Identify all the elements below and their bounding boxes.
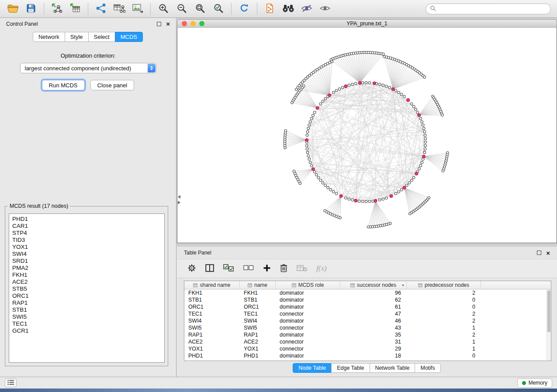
find-button[interactable]: [280, 2, 297, 16]
save-session-button[interactable]: [23, 2, 39, 16]
zoom-selected-button[interactable]: [210, 2, 227, 16]
tab-network-table[interactable]: Network Table: [370, 363, 415, 373]
close-panel-button[interactable]: Close panel: [90, 80, 135, 90]
result-item[interactable]: YOX1: [12, 244, 164, 251]
result-item[interactable]: PHD1: [12, 216, 164, 223]
result-item[interactable]: GCR1: [12, 327, 164, 334]
table-row[interactable]: SWI5SWI5connector431: [184, 324, 547, 331]
cell-role: dominator: [276, 290, 340, 296]
cell-role: dominator: [276, 353, 340, 359]
cell-name: ORC1: [240, 304, 276, 310]
cell-role: connector: [276, 339, 340, 345]
task-history-button[interactable]: [5, 378, 17, 387]
network-from-table-button[interactable]: [111, 2, 128, 16]
select-all-button[interactable]: [223, 264, 234, 273]
criterion-select[interactable]: largest connected component (undirected): [20, 63, 156, 73]
delete-table-button[interactable]: [297, 265, 307, 273]
cell-name: SWI4: [240, 318, 276, 324]
deselect-all-button[interactable]: [243, 265, 254, 272]
network-canvas[interactable]: [177, 28, 557, 243]
import-table-button[interactable]: [67, 2, 83, 16]
table-row[interactable]: ORC1ORC1dominator610: [184, 303, 547, 310]
add-column-button[interactable]: [263, 264, 271, 273]
delete-column-button[interactable]: [280, 264, 287, 274]
show-details-button[interactable]: [317, 2, 333, 16]
tab-node-table[interactable]: Node Table: [293, 363, 332, 373]
plus-icon: [263, 264, 271, 273]
table-row[interactable]: RAP1RAP1dominator352: [184, 331, 547, 338]
search-box: [426, 3, 551, 14]
image-export-icon: [132, 3, 144, 15]
result-item[interactable]: ACE2: [12, 279, 164, 285]
table-row[interactable]: YOX1YOX1connector291: [184, 345, 547, 352]
memory-label: Memory: [529, 380, 547, 386]
function-builder-button[interactable]: f(x): [316, 264, 327, 273]
tab-style[interactable]: Style: [65, 32, 89, 42]
criterion-selected-value: largest connected component (undirected): [25, 65, 131, 72]
table-row[interactable]: PHD1PHD1dominator180: [184, 352, 547, 359]
show-columns-button[interactable]: [205, 264, 214, 273]
column-header[interactable]: predecessor nodes: [407, 281, 481, 289]
clone-network-button[interactable]: [262, 2, 278, 16]
column-header[interactable]: name: [240, 281, 276, 289]
splitter-collapse-icon[interactable]: [178, 195, 180, 204]
export-image-button[interactable]: [129, 2, 146, 16]
mcds-result-list[interactable]: PHD1CAR1STP4TID3YOX1SWI4SRD1PMA2FKH1ACE2…: [9, 213, 165, 363]
result-item[interactable]: CAR1: [12, 223, 164, 230]
column-header[interactable]: MCDS role: [276, 281, 340, 289]
tab-motifs[interactable]: Motifs: [415, 363, 440, 373]
tab-network[interactable]: Network: [33, 32, 65, 42]
result-item[interactable]: STB1: [12, 306, 164, 313]
minimize-window-light[interactable]: [190, 21, 196, 26]
tab-select[interactable]: Select: [88, 32, 115, 42]
network-window-titlebar[interactable]: YPA_prune.txt_1: [177, 19, 557, 28]
table-scrollbar[interactable]: [547, 289, 551, 361]
import-network-button[interactable]: [48, 2, 65, 16]
result-item[interactable]: ORC1: [12, 292, 164, 299]
run-mcds-button[interactable]: Run MCDS: [42, 80, 85, 90]
scrollbar-thumb[interactable]: [547, 290, 550, 332]
table-panel-tabs: Node TableEdge TableNetwork TableMotifs: [177, 363, 557, 373]
table-row[interactable]: SWI4SWI4dominator462: [184, 317, 547, 324]
result-item[interactable]: PMA2: [12, 265, 164, 272]
column-header[interactable]: shared name: [184, 281, 240, 289]
result-item[interactable]: STP4: [12, 230, 164, 237]
cell-successors: 47: [340, 311, 407, 317]
search-input[interactable]: [439, 5, 547, 12]
result-item[interactable]: SWI4: [12, 251, 164, 258]
table-row[interactable]: ACE2ACE2connector311: [184, 338, 547, 345]
float-table-panel-icon[interactable]: [537, 251, 541, 255]
table-network-icon: [114, 3, 125, 15]
fx-icon: f(x): [316, 264, 327, 273]
zoom-in-button[interactable]: [155, 2, 172, 16]
result-item[interactable]: SWI5: [12, 313, 164, 320]
float-panel-icon[interactable]: [157, 22, 161, 26]
table-row[interactable]: TEC1TEC1connector472: [184, 310, 547, 317]
hide-details-button[interactable]: [298, 2, 315, 16]
result-item[interactable]: STB5: [12, 285, 164, 292]
result-item[interactable]: FKH1: [12, 272, 164, 279]
open-folder-icon: [7, 3, 19, 14]
close-panel-icon[interactable]: ×: [166, 21, 170, 27]
maximize-window-light[interactable]: [199, 21, 204, 26]
close-table-panel-icon[interactable]: ×: [546, 250, 550, 256]
tab-edge-table[interactable]: Edge Table: [331, 363, 370, 373]
tab-mcds[interactable]: MCDS: [115, 32, 143, 42]
open-file-button[interactable]: [4, 2, 21, 16]
result-item[interactable]: TID3: [12, 237, 164, 244]
result-item[interactable]: TEC1: [12, 320, 164, 327]
zoom-fit-button[interactable]: [192, 2, 208, 16]
table-row[interactable]: STB1STB1dominator620: [184, 296, 547, 303]
zoom-out-button[interactable]: [173, 2, 190, 16]
close-window-light[interactable]: [182, 21, 187, 26]
memory-button[interactable]: Memory: [517, 378, 552, 388]
result-item[interactable]: SRD1: [12, 258, 164, 265]
column-header[interactable]: successor nodes▼: [340, 281, 407, 289]
column-grid-icon: [248, 283, 252, 287]
new-network-button[interactable]: [93, 2, 109, 16]
result-item[interactable]: RAP1: [12, 299, 164, 306]
cell-shared_name: SWI4: [184, 318, 240, 324]
table-options-button[interactable]: [187, 264, 196, 274]
table-row[interactable]: FKH1FKH1dominator962: [184, 289, 547, 296]
refresh-view-button[interactable]: [236, 2, 253, 16]
